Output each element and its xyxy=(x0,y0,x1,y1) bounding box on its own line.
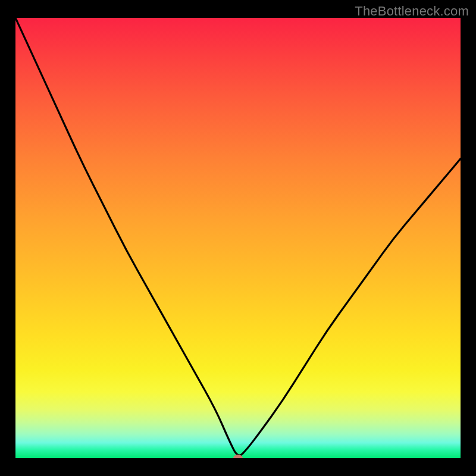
watermark-text: TheBottleneck.com xyxy=(355,4,469,19)
plot-area xyxy=(15,18,461,458)
background-gradient xyxy=(15,18,461,458)
chart-frame: TheBottleneck.com xyxy=(0,0,476,476)
